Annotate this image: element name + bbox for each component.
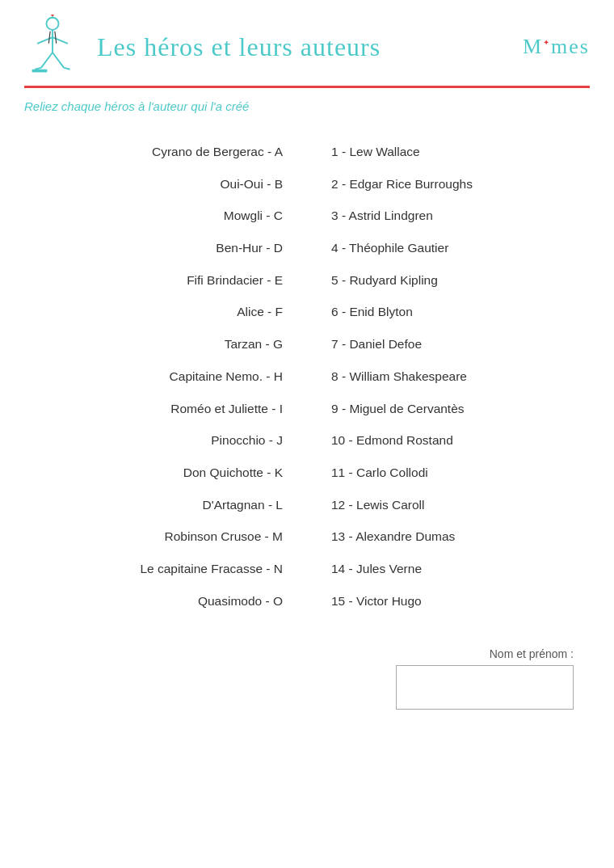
hero-item: Robinson Crusoe - M <box>165 522 283 551</box>
author-item: 10 - Edmond Rostand <box>331 426 453 455</box>
hero-item: Pinocchio - J <box>211 426 283 455</box>
hero-item: Quasimodo - O <box>198 587 283 616</box>
author-item: 15 - Victor Hugo <box>331 587 422 616</box>
author-item: 6 - Enid Blyton <box>331 297 413 327</box>
svg-line-5 <box>53 37 68 44</box>
instructions-text: Reliez chaque héros à l'auteur qui l'a c… <box>0 88 614 113</box>
heroes-column: Cyrano de Bergerac - AOui-Oui - BMowgli … <box>16 137 307 615</box>
hero-item: Don Quichotte - K <box>183 458 283 487</box>
svg-point-2 <box>51 15 54 16</box>
header: Les héros et leurs auteurs M✦mes <box>0 0 614 79</box>
author-item: 1 - Lew Wallace <box>331 137 420 166</box>
author-item: 8 - William Shakespeare <box>331 362 467 391</box>
brand-logo: M✦mes <box>523 35 590 59</box>
main-content: Cyrano de Bergerac - AOui-Oui - BMowgli … <box>0 113 614 615</box>
author-item: 5 - Rudyard Kipling <box>331 266 438 295</box>
hero-item: Roméo et Juliette - I <box>170 394 283 423</box>
svg-line-7 <box>53 53 64 68</box>
footer: Nom et prénom : <box>0 615 614 734</box>
hero-item: Capitaine Nemo. - H <box>170 362 283 391</box>
stick-figure-icon <box>24 15 81 79</box>
name-input-box[interactable] <box>396 665 574 710</box>
page-title: Les héros et leurs auteurs <box>97 32 507 62</box>
author-item: 4 - Théophile Gautier <box>331 234 448 263</box>
hero-item: Mowgli - C <box>224 201 283 230</box>
hero-item: Alice - F <box>237 297 283 327</box>
svg-line-8 <box>35 68 41 70</box>
author-item: 11 - Carlo Collodi <box>331 458 428 487</box>
svg-line-4 <box>37 37 53 44</box>
hero-item: D'Artagnan - L <box>203 491 283 520</box>
author-item: 2 - Edgar Rice Burroughs <box>331 170 473 199</box>
hero-item: Tarzan - G <box>225 330 283 359</box>
authors-column: 1 - Lew Wallace2 - Edgar Rice Burroughs3… <box>307 137 598 615</box>
author-item: 3 - Astrid Lindgren <box>331 201 433 230</box>
hero-item: Ben-Hur - D <box>216 234 283 263</box>
author-item: 12 - Lewis Caroll <box>331 491 424 520</box>
hero-item: Le capitaine Fracasse - N <box>140 554 283 584</box>
author-item: 13 - Alexandre Dumas <box>331 522 455 551</box>
author-item: 7 - Daniel Defoe <box>331 330 422 359</box>
hero-item: Fifi Brindacier - E <box>187 266 283 295</box>
svg-line-10 <box>48 32 50 44</box>
svg-line-6 <box>41 53 53 68</box>
svg-line-9 <box>64 68 70 70</box>
author-item: 14 - Jules Verne <box>331 554 422 584</box>
hero-item: Oui-Oui - B <box>220 170 283 199</box>
page: Les héros et leurs auteurs M✦mes Reliez … <box>0 0 614 868</box>
svg-line-11 <box>55 32 57 44</box>
name-label: Nom et prénom : <box>490 647 574 660</box>
author-item: 9 - Miguel de Cervantès <box>331 394 465 423</box>
svg-rect-12 <box>32 70 48 73</box>
hero-item: Cyrano de Bergerac - A <box>152 137 283 166</box>
svg-point-0 <box>46 18 58 30</box>
